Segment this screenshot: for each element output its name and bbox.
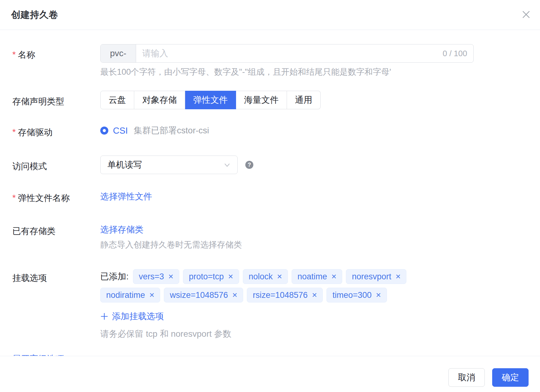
required-asterisk: *	[12, 127, 16, 138]
access-mode-value: 单机读写	[107, 159, 142, 171]
access-mode-row: 访问模式 单机读写 ?	[12, 156, 540, 174]
tag-remove-icon[interactable]: ×	[277, 272, 282, 281]
mount-tag-1: proto=tcp×	[183, 269, 239, 284]
claim-type-label: 存储声明类型	[12, 91, 100, 107]
mount-tag-3: noatime×	[292, 269, 342, 284]
name-input[interactable]	[136, 44, 442, 62]
tag-remove-icon[interactable]: ×	[228, 272, 233, 281]
tag-remove-icon[interactable]: ×	[376, 291, 381, 299]
claim-type-option-0[interactable]: 云盘	[100, 91, 134, 109]
mount-tag-6: wsize=1048576×	[164, 288, 243, 302]
elastic-file-row: * 弹性文件名称 选择弹性文件	[12, 192, 540, 204]
mount-tag-text: noatime	[297, 272, 327, 281]
storage-class-label: 已有存储类	[12, 225, 100, 237]
help-icon[interactable]: ?	[245, 161, 253, 169]
claim-type-group: 云盘对象存储弹性文件海量文件通用	[100, 91, 540, 109]
tag-remove-icon[interactable]: ×	[396, 272, 401, 281]
mount-tag-text: rsize=1048576	[253, 290, 308, 300]
tag-remove-icon[interactable]: ×	[168, 272, 173, 281]
tag-remove-icon[interactable]: ×	[149, 291, 154, 299]
mount-tag-8: timeo=300×	[326, 288, 387, 302]
mount-tag-0: vers=3×	[133, 269, 179, 284]
select-elastic-file-link[interactable]: 选择弹性文件	[100, 192, 152, 201]
tag-remove-icon[interactable]: ×	[232, 291, 237, 299]
create-pv-dialog: 创建持久卷 * 名称 pvc- 0 / 100 最长100个字符，由小写字母、数…	[0, 0, 540, 392]
mount-tag-text: nolock	[249, 272, 273, 281]
mount-options-label: 挂载选项	[12, 269, 100, 284]
confirm-button[interactable]: 确定	[492, 368, 529, 387]
driver-label: * 存储驱动	[12, 126, 100, 138]
claim-type-option-1[interactable]: 对象存储	[134, 91, 185, 109]
tag-remove-icon[interactable]: ×	[331, 272, 336, 281]
claim-type-option-2[interactable]: 弹性文件	[185, 91, 236, 109]
driver-row: * 存储驱动 CSI 集群已部署cstor-csi	[12, 126, 540, 138]
claim-type-option-4[interactable]: 通用	[287, 91, 321, 109]
add-mount-option-button[interactable]: 添加挂载选项	[100, 311, 540, 322]
storage-class-row: 已有存储类 选择存储类 静态导入创建持久卷时无需选择存储类	[12, 225, 540, 250]
close-button[interactable]	[521, 10, 531, 19]
close-icon	[522, 10, 530, 19]
cancel-button[interactable]: 取消	[448, 368, 485, 387]
tag-remove-icon[interactable]: ×	[312, 291, 317, 299]
claim-type-option-3[interactable]: 海量文件	[236, 91, 287, 109]
name-label: * 名称	[12, 44, 100, 61]
mount-tag-7: rsize=1048576×	[247, 288, 323, 302]
mount-options-row: 挂载选项 已添加: vers=3×proto=tcp×nolock×noatim…	[12, 269, 540, 340]
mount-tag-2: nolock×	[243, 269, 288, 284]
char-counter: 0 / 100	[442, 49, 473, 58]
mount-tag-text: vers=3	[139, 272, 164, 281]
mount-options-hint: 请务必保留 tcp 和 noresvport 参数	[100, 328, 540, 340]
radio-dot	[103, 129, 106, 132]
required-asterisk: *	[12, 49, 16, 61]
mount-tag-4: noresvport×	[346, 269, 406, 284]
required-asterisk: *	[12, 192, 16, 204]
csi-radio-label[interactable]: CSI	[113, 126, 128, 136]
plus-icon	[100, 312, 108, 320]
mount-tag-text: wsize=1048576	[170, 290, 228, 300]
add-mount-option-label: 添加挂载选项	[112, 311, 164, 322]
mount-tag-text: proto=tcp	[189, 272, 224, 281]
access-mode-select[interactable]: 单机读写	[100, 156, 238, 174]
name-input-group: pvc- 0 / 100	[100, 44, 474, 63]
access-mode-label: 访问模式	[12, 156, 100, 172]
name-hint: 最长100个字符，由小写字母、数字及"-"组成，且开始和结尾只能是数字和字母'	[100, 66, 540, 77]
mount-tag-text: nodiratime	[106, 290, 145, 300]
dialog-body: * 名称 pvc- 0 / 100 最长100个字符，由小写字母、数字及"-"组…	[0, 44, 540, 365]
name-row: * 名称 pvc- 0 / 100 最长100个字符，由小写字母、数字及"-"组…	[12, 44, 540, 77]
dialog-header: 创建持久卷	[0, 0, 540, 30]
added-label: 已添加:	[100, 271, 129, 282]
claim-type-row: 存储声明类型 云盘对象存储弹性文件海量文件通用	[12, 91, 540, 109]
select-storage-class-link[interactable]: 选择存储类	[100, 225, 143, 234]
csi-radio[interactable]	[100, 127, 108, 135]
mount-tag-5: nodiratime×	[100, 288, 160, 302]
csi-note: 集群已部署cstor-csi	[134, 125, 209, 136]
name-prefix-addon: pvc-	[101, 44, 136, 62]
dialog-title: 创建持久卷	[11, 9, 58, 21]
storage-class-hint: 静态导入创建持久卷时无需选择存储类	[100, 239, 540, 250]
mount-tags: 已添加: vers=3×proto=tcp×nolock×noatime×nor…	[100, 269, 440, 302]
chevron-down-icon	[223, 161, 231, 169]
mount-tag-text: timeo=300	[332, 290, 372, 300]
dialog-footer: 取消 确定	[0, 356, 540, 392]
mount-tag-text: noresvport	[352, 272, 391, 281]
elastic-file-label: * 弹性文件名称	[12, 192, 100, 204]
